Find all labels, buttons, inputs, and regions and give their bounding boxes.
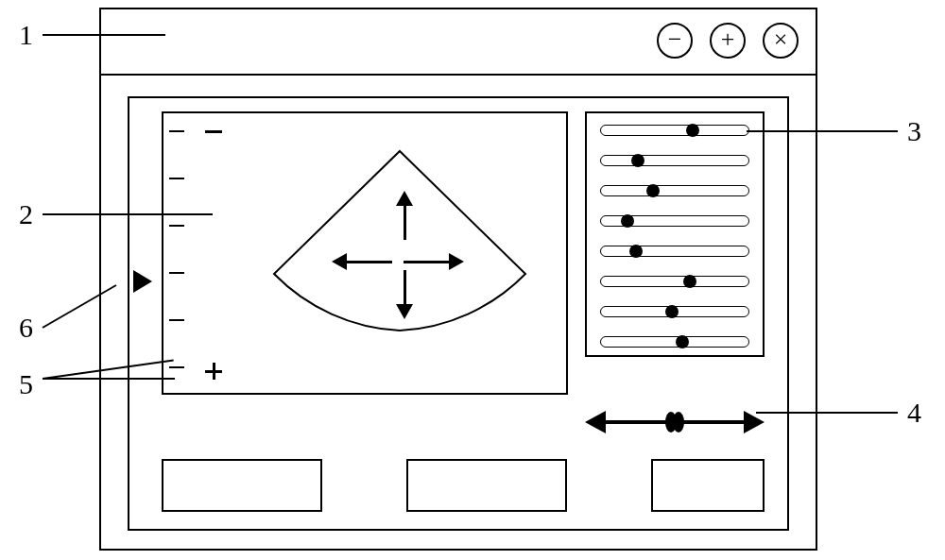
- callout-4: 4: [907, 397, 921, 429]
- gain-slider[interactable]: [600, 155, 749, 166]
- bottom-button[interactable]: [651, 459, 765, 512]
- leader-3: [747, 130, 898, 132]
- gain-slider[interactable]: [600, 185, 749, 196]
- leader-2: [43, 213, 213, 215]
- gain-slider[interactable]: [600, 125, 749, 136]
- gain-slider[interactable]: [600, 215, 749, 227]
- gain-slider[interactable]: [600, 276, 749, 287]
- plus-icon: +: [721, 27, 735, 52]
- depth-ruler: [169, 130, 190, 380]
- slider-thumb[interactable]: [683, 275, 696, 288]
- bottom-button[interactable]: [406, 459, 567, 512]
- gain-slider[interactable]: [600, 336, 749, 348]
- device-frame: − + ×: [99, 8, 817, 551]
- ruler-tick: [169, 178, 184, 179]
- title-bar: − + ×: [101, 9, 816, 76]
- callout-5: 5: [19, 368, 33, 400]
- zoom-in-icon[interactable]: [205, 363, 222, 380]
- ruler-tick: [169, 366, 184, 368]
- slider-thumb[interactable]: [646, 184, 660, 197]
- leader-1: [43, 34, 165, 36]
- maximize-button[interactable]: +: [710, 23, 746, 59]
- minimize-button[interactable]: −: [657, 23, 693, 59]
- bottom-button-row: [162, 459, 765, 512]
- pan-left-icon[interactable]: [332, 253, 392, 270]
- slider-thumb[interactable]: [665, 305, 679, 318]
- horizontal-range[interactable]: [585, 410, 765, 434]
- window-buttons: − + ×: [657, 23, 799, 59]
- pan-up-icon[interactable]: [396, 191, 413, 240]
- gain-slider[interactable]: [600, 306, 749, 317]
- slider-thumb[interactable]: [676, 335, 689, 348]
- gain-slider[interactable]: [600, 246, 749, 257]
- content-panel: [128, 96, 789, 531]
- leader-5: [43, 378, 175, 380]
- callout-3: 3: [907, 115, 921, 147]
- close-button[interactable]: ×: [763, 23, 799, 59]
- arrow-right-icon: [744, 411, 765, 433]
- diagram-stage: − + ×: [0, 0, 945, 560]
- minus-icon: −: [668, 27, 682, 52]
- ruler-tick: [169, 319, 184, 321]
- arrow-left-icon: [585, 411, 606, 433]
- pan-right-icon[interactable]: [404, 253, 464, 270]
- slider-thumb[interactable]: [629, 245, 643, 258]
- close-icon: ×: [774, 27, 788, 52]
- ruler-tick: [169, 272, 184, 274]
- ruler-tick: [169, 225, 184, 227]
- leader-4: [756, 412, 898, 414]
- range-thumb[interactable]: [668, 412, 681, 433]
- callout-2: 2: [19, 198, 33, 230]
- pan-down-icon[interactable]: [396, 270, 413, 319]
- slider-thumb[interactable]: [686, 124, 699, 137]
- sector-scan-icon: [258, 142, 541, 387]
- image-display-area[interactable]: [162, 111, 568, 395]
- focus-marker-icon[interactable]: [133, 270, 152, 293]
- ruler-tick: [169, 130, 184, 132]
- slider-thumb[interactable]: [631, 154, 644, 167]
- callout-1: 1: [19, 19, 33, 51]
- gain-sliders-panel: [585, 111, 765, 357]
- bottom-button[interactable]: [162, 459, 322, 512]
- slider-thumb[interactable]: [621, 214, 634, 228]
- callout-6: 6: [19, 312, 33, 344]
- zoom-out-icon[interactable]: [205, 130, 222, 133]
